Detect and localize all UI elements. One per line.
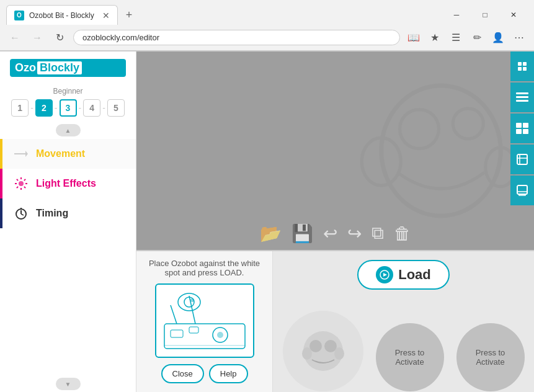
window-controls: ─ □ ✕ <box>442 5 528 25</box>
robots-row: Press to Activate Press to Activate <box>283 311 525 391</box>
nav-toggle-down[interactable]: ▼ <box>0 375 136 392</box>
edit-icon[interactable]: ✏ <box>468 29 486 47</box>
redo-icon[interactable]: ↪ <box>347 223 362 244</box>
ozobot-image <box>155 283 254 358</box>
back-button[interactable]: ← <box>6 29 24 47</box>
menu-item-timing[interactable]: Timing <box>0 198 136 228</box>
movement-icon <box>12 145 30 163</box>
robot-2-label: Press to Activate <box>395 348 425 367</box>
open-folder-icon[interactable]: 📂 <box>260 223 282 244</box>
right-panel-btn-1[interactable] <box>510 51 534 81</box>
movement-label: Movement <box>36 148 85 159</box>
svg-rect-24 <box>516 92 528 94</box>
menu-item-movement[interactable]: Movement <box>0 139 136 169</box>
svg-point-41 <box>190 298 194 302</box>
forward-button[interactable]: → <box>29 29 46 47</box>
svg-rect-21 <box>523 62 527 66</box>
undo-icon[interactable]: ↩ <box>323 223 337 244</box>
right-panel-btn-5[interactable] <box>510 176 534 205</box>
save-icon[interactable]: 💾 <box>291 223 313 244</box>
level-1[interactable]: 1 <box>11 99 29 117</box>
app-container: Ozo Blockly Beginner 1 - 2 - 3 - 4 - 5 ▲ <box>0 51 534 392</box>
close-button[interactable]: ✕ <box>499 5 528 25</box>
instruction-text: Place Ozobot against the whitespot and p… <box>149 259 260 277</box>
canvas-toolbar: 📂 💾 ↩ ↪ ⧉ 🗑 <box>260 223 411 244</box>
robot-slot-2: Press to Activate <box>376 323 444 391</box>
svg-rect-36 <box>164 324 245 349</box>
load-button[interactable]: Load <box>357 260 450 290</box>
svg-line-9 <box>24 179 25 180</box>
robot-3-label: Press to Activate <box>476 348 505 367</box>
logo: Ozo Blockly <box>10 59 126 77</box>
svg-point-51 <box>334 347 344 360</box>
logo-ozo: Ozo <box>15 61 36 74</box>
nav-toggle-up[interactable]: ▲ <box>0 122 136 139</box>
svg-point-2 <box>19 181 24 186</box>
right-panel <box>510 51 534 205</box>
robot-3[interactable]: Press to Activate <box>456 323 525 391</box>
help-button[interactable]: Help <box>209 364 248 383</box>
svg-rect-27 <box>516 123 522 128</box>
browser-titlebar: O Ozobot Bit - Blockly ✕ + ─ □ ✕ <box>0 0 534 25</box>
svg-rect-28 <box>523 123 528 128</box>
canvas-bg-robot <box>280 64 515 238</box>
svg-point-17 <box>453 109 483 139</box>
reader-view-icon[interactable]: 📖 <box>405 29 422 47</box>
favorites-icon[interactable]: ★ <box>426 29 443 47</box>
canvas-area[interactable]: 📂 💾 ↩ ↪ ⧉ 🗑 <box>136 51 534 250</box>
tab-close-icon[interactable]: ✕ <box>102 11 110 20</box>
svg-rect-30 <box>523 129 528 134</box>
robot-slot-3: Press to Activate <box>456 323 525 391</box>
svg-rect-44 <box>189 327 198 333</box>
level-2[interactable]: 2 <box>35 99 53 117</box>
level-label: Beginner <box>10 87 126 96</box>
level-3[interactable]: 3 <box>60 99 77 117</box>
sidebar: Ozo Blockly Beginner 1 - 2 - 3 - 4 - 5 ▲ <box>0 51 136 392</box>
new-tab-button[interactable]: + <box>120 6 138 24</box>
minimize-button[interactable]: ─ <box>442 5 471 25</box>
address-bar[interactable]: ozoblockly.com/editor <box>73 30 400 45</box>
svg-point-49 <box>324 340 337 352</box>
copy-icon[interactable]: ⧉ <box>372 223 384 244</box>
svg-rect-31 <box>517 154 527 164</box>
svg-point-46 <box>217 332 223 338</box>
tab-favicon: O <box>14 11 24 20</box>
svg-rect-34 <box>517 185 527 194</box>
right-panel-btn-2[interactable] <box>510 82 534 112</box>
robot-2[interactable]: Press to Activate <box>376 323 444 391</box>
right-panel-btn-4[interactable] <box>510 145 534 174</box>
svg-line-10 <box>17 187 18 188</box>
delete-icon[interactable]: 🗑 <box>394 223 411 244</box>
svg-rect-43 <box>171 330 183 337</box>
timing-label: Timing <box>36 208 68 219</box>
browser-toolbar-icons: 📖 ★ ☰ ✏ 👤 ⋯ <box>405 29 528 47</box>
browser-controls: ← → ↻ ozoblockly.com/editor 📖 ★ ☰ ✏ 👤 ⋯ <box>0 25 534 51</box>
browser-tab[interactable]: O Ozobot Bit - Blockly ✕ <box>6 5 118 25</box>
load-icon <box>376 266 393 283</box>
level-4[interactable]: 4 <box>83 99 100 117</box>
menu-item-light-effects[interactable]: Light Effects <box>0 169 136 198</box>
more-icon[interactable]: ⋯ <box>510 29 528 47</box>
right-panel-btn-3[interactable] <box>510 114 534 143</box>
tab-title: Ozobot Bit - Blockly <box>29 11 97 20</box>
bottom-left-buttons: Close Help <box>161 364 248 383</box>
menu-icon[interactable]: ☰ <box>447 29 465 47</box>
timing-icon <box>12 205 30 222</box>
refresh-button[interactable]: ↻ <box>51 29 68 47</box>
svg-point-50 <box>302 347 312 360</box>
load-label: Load <box>398 267 431 283</box>
svg-marker-1 <box>25 151 28 157</box>
level-numbers: 1 - 2 - 3 - 4 - 5 <box>10 99 126 117</box>
svg-rect-29 <box>516 129 522 134</box>
level-5[interactable]: 5 <box>107 99 125 117</box>
robot-1[interactable] <box>283 311 363 391</box>
sidebar-header: Ozo Blockly <box>0 51 136 82</box>
maximize-button[interactable]: □ <box>471 5 499 25</box>
level-section: Beginner 1 - 2 - 3 - 4 - 5 <box>0 82 136 122</box>
close-button[interactable]: Close <box>161 364 204 383</box>
svg-point-16 <box>400 110 439 149</box>
svg-rect-26 <box>516 100 528 102</box>
svg-point-48 <box>309 340 322 352</box>
profile-icon[interactable]: 👤 <box>489 29 507 47</box>
robot-slot-1 <box>283 311 363 391</box>
